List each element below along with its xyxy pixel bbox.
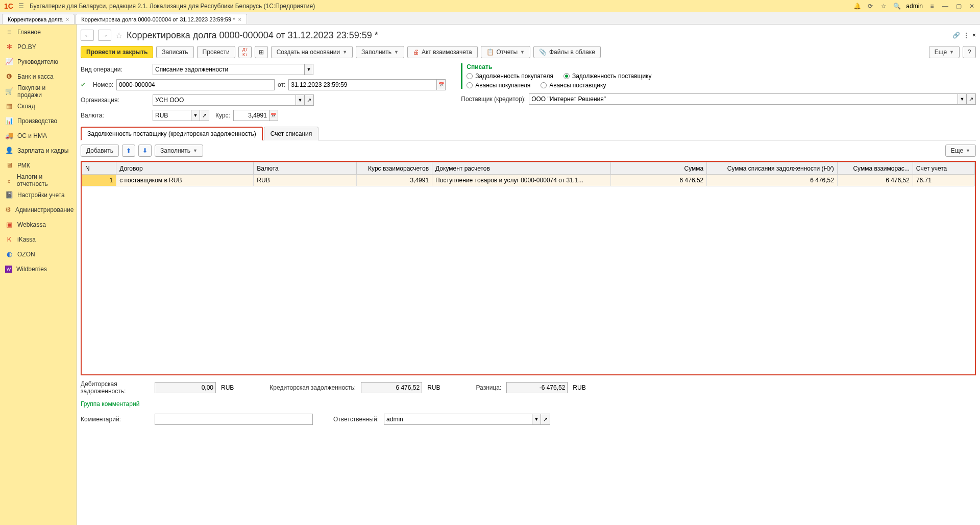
burger-icon[interactable]: ☰	[17, 2, 26, 10]
settings-icon[interactable]: ≡	[928, 2, 936, 10]
titlebar: 1C ☰ Бухгалтерия для Беларуси, редакция …	[0, 0, 980, 12]
logo: 1C	[4, 2, 13, 10]
wintab-1[interactable]: Корректировка долга ×	[2, 14, 75, 24]
star-icon[interactable]: ☆	[879, 2, 888, 10]
close-tab-icon[interactable]: ×	[238, 16, 241, 22]
user-label[interactable]: admin	[906, 3, 923, 10]
close-tab-icon[interactable]: ×	[66, 16, 69, 22]
wintab-label: Корректировка долга	[8, 16, 63, 22]
wintab-label: Корректировка долга 0000-000004 от 31.12…	[81, 16, 235, 22]
wintab-2[interactable]: Корректировка долга 0000-000004 от 31.12…	[76, 14, 247, 24]
close-icon[interactable]: ✕	[968, 2, 976, 10]
maximize-icon[interactable]: ▢	[954, 2, 963, 10]
app-title: Бухгалтерия для Беларуси, редакция 2.1. …	[30, 3, 315, 10]
window-tabs: Корректировка долга × Корректировка долг…	[0, 12, 980, 25]
minimize-icon[interactable]: —	[941, 2, 949, 10]
bell-icon[interactable]: 🔔	[853, 2, 861, 10]
history-icon[interactable]: ⟳	[866, 2, 874, 10]
search-icon[interactable]: 🔍	[893, 2, 901, 10]
